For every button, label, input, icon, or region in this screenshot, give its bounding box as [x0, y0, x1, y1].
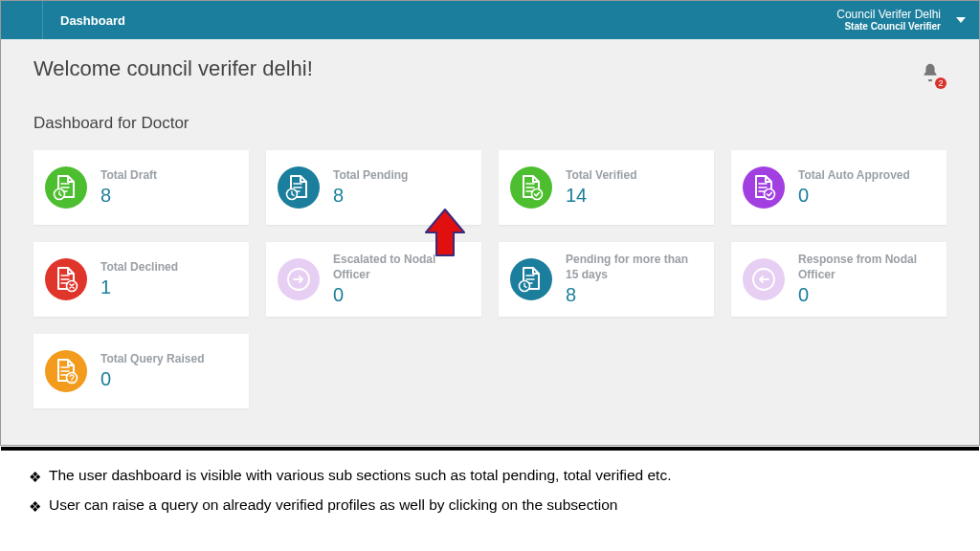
doc-back-icon — [743, 258, 785, 300]
doc-clock-icon — [510, 258, 552, 300]
dashboard-content: Welcome council verifer delhi! 2 Dashboa… — [1, 39, 979, 418]
stat-card[interactable]: Total Verified14 — [499, 150, 714, 225]
stat-value: 8 — [566, 283, 702, 306]
notifications-button[interactable]: 2 — [920, 62, 941, 87]
welcome-heading: Welcome council verifer delhi! — [33, 56, 920, 81]
menu-toggle[interactable] — [1, 1, 43, 39]
doc-forward-icon — [278, 258, 320, 300]
user-menu[interactable]: Council Verifer Delhi State Council Veri… — [836, 8, 950, 33]
stat-value: 0 — [798, 283, 935, 306]
notifications-badge: 2 — [935, 77, 947, 89]
stat-value: 0 — [100, 367, 204, 390]
stat-label: Escalated to Nodal Officer — [333, 253, 470, 282]
note-text: User can raise a query on already verifi… — [49, 496, 617, 517]
stat-value: 14 — [566, 184, 636, 207]
stat-label: Total Verified — [566, 168, 636, 184]
stat-card[interactable]: Total Query Raised0 — [33, 334, 249, 408]
topbar: Dashboard Council Verifer Delhi State Co… — [1, 1, 979, 39]
stat-card[interactable]: Total Draft8 — [33, 150, 249, 225]
stat-card[interactable]: Total Pending8 — [266, 150, 481, 225]
stat-label: Pending for more than 15 days — [566, 253, 702, 282]
note-item: ❖ The user dashboard is visible with var… — [29, 467, 951, 487]
user-menu-caret[interactable] — [950, 17, 979, 23]
bullet-icon: ❖ — [29, 467, 41, 487]
stat-value: 1 — [100, 276, 178, 298]
stats-grid: Total Draft8Total Pending8Total Verified… — [33, 150, 947, 408]
stat-card[interactable]: Escalated to Nodal Officer0 — [266, 242, 481, 317]
stat-value: 0 — [798, 184, 910, 207]
stat-value: 0 — [333, 283, 470, 306]
user-role: State Council Verifier — [836, 21, 941, 33]
user-name: Council Verifer Delhi — [836, 8, 941, 21]
bullet-icon: ❖ — [29, 496, 41, 517]
note-item: ❖ User can raise a query on already veri… — [29, 496, 951, 517]
stat-label: Total Auto Approved — [798, 168, 910, 184]
app-window: Dashboard Council Verifer Delhi State Co… — [0, 0, 980, 446]
section-title: Dashboard for Doctor — [33, 114, 947, 133]
doc-check-icon — [743, 166, 785, 209]
doc-cross-icon — [45, 258, 87, 300]
note-text: The user dashboard is visible with vario… — [49, 467, 672, 487]
stat-label: Total Pending — [333, 168, 408, 184]
stat-card[interactable]: Pending for more than 15 days8 — [499, 242, 714, 317]
doc-clock-icon — [278, 166, 320, 209]
stat-card[interactable]: Response from Nodal Officer0 — [731, 242, 947, 317]
stat-label: Total Query Raised — [100, 352, 204, 367]
stat-card[interactable]: Total Declined1 — [33, 242, 249, 317]
stat-value: 8 — [100, 184, 157, 207]
doc-check-icon — [510, 166, 552, 209]
stat-label: Response from Nodal Officer — [798, 253, 935, 282]
stat-label: Total Declined — [100, 260, 178, 276]
stat-card[interactable]: Total Auto Approved0 — [731, 150, 947, 225]
doc-clock-icon — [45, 166, 87, 209]
doc-question-icon — [45, 350, 87, 392]
page-title: Dashboard — [43, 13, 836, 28]
stat-label: Total Draft — [100, 168, 157, 184]
explanatory-notes: ❖ The user dashboard is visible with var… — [0, 461, 980, 532]
stat-value: 8 — [333, 184, 408, 207]
